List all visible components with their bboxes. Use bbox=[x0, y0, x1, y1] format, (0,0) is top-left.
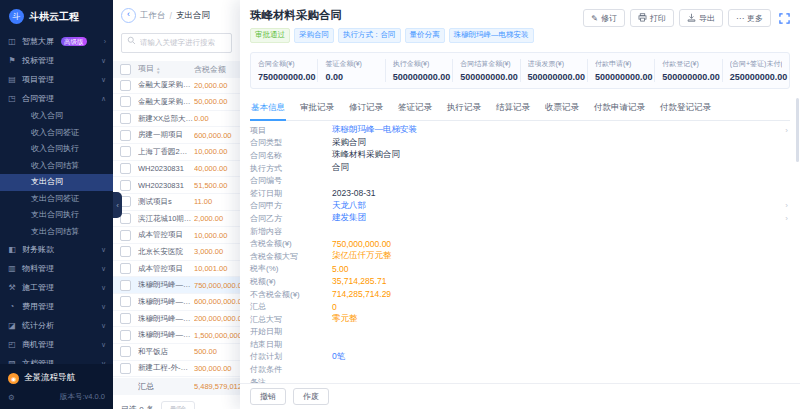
row-checkbox[interactable] bbox=[120, 163, 131, 174]
fullscreen-icon[interactable] bbox=[779, 13, 790, 24]
settings-gear-icon[interactable]: ⚙ bbox=[8, 393, 15, 402]
void-button[interactable]: 作废 bbox=[293, 388, 329, 405]
row-checkbox[interactable] bbox=[120, 346, 131, 357]
table-row[interactable]: 珠穆朗玛峰—电梯安装600,000,000.00 bbox=[113, 294, 240, 311]
sidebar-item-b2[interactable]: ⚒施工管理∨ bbox=[0, 278, 113, 297]
table-row[interactable]: 北京长安医院3,000.00 bbox=[113, 244, 240, 261]
table-row[interactable]: WH2023083151,500.00 bbox=[113, 177, 240, 194]
sidebar-item-b5[interactable]: ◰商机管理∨ bbox=[0, 335, 113, 354]
more-button[interactable]: ⋯更多 bbox=[728, 9, 771, 27]
row-checkbox[interactable] bbox=[120, 330, 131, 341]
sidebar-item-label: 投标管理 bbox=[22, 55, 54, 66]
field-value[interactable]: 0笔 bbox=[332, 351, 345, 363]
table-row[interactable]: 新建XX总部大厦工程0.00 bbox=[113, 111, 240, 128]
field-value[interactable]: 天龙八部 bbox=[332, 200, 366, 212]
print-button[interactable]: 打印 bbox=[630, 9, 674, 27]
version-row: ⚙ 版本号:v4.0.0 bbox=[0, 389, 113, 409]
tab-1[interactable]: 审批记录 bbox=[299, 98, 335, 120]
column-header-project[interactable]: 项目▲▼ bbox=[138, 63, 194, 75]
chevron-right-icon[interactable]: › bbox=[785, 214, 788, 223]
search-input[interactable] bbox=[121, 33, 232, 53]
row-checkbox[interactable] bbox=[120, 180, 131, 191]
drawer-footer: 撤销作废 bbox=[240, 383, 800, 409]
row-checkbox[interactable] bbox=[120, 246, 131, 257]
revise-button[interactable]: ✎修订 bbox=[583, 9, 625, 27]
row-amount: 11.00 bbox=[194, 197, 240, 206]
row-project-name: 珠穆朗玛峰—电梯安装 bbox=[138, 297, 194, 307]
sidebar-item-b1[interactable]: ▥物料管理∨ bbox=[0, 259, 113, 278]
sidebar-item-label: 统计分析 bbox=[22, 320, 54, 331]
sidebar-subitem-6[interactable]: 支出合同执行 bbox=[0, 207, 113, 224]
sidebar-subitem-7[interactable]: 支出合同结算 bbox=[0, 224, 113, 241]
tab-2[interactable]: 修订记录 bbox=[348, 98, 384, 120]
row-checkbox[interactable] bbox=[120, 146, 131, 157]
table-row[interactable]: 珠穆朗玛峰—电梯安装750,000,000.00 bbox=[113, 277, 240, 294]
row-checkbox[interactable] bbox=[120, 296, 131, 307]
table-row[interactable]: 和平饭店500.00 bbox=[113, 344, 240, 361]
tab-7[interactable]: 付款申请记录 bbox=[593, 98, 646, 120]
chevron-right-icon[interactable]: › bbox=[785, 201, 788, 210]
row-checkbox[interactable] bbox=[120, 230, 131, 241]
sidebar-subitem-3[interactable]: 收入合同结算 bbox=[0, 158, 113, 175]
table-row[interactable]: 珠穆朗玛峰—电梯安装200,000,000.00 bbox=[113, 311, 240, 328]
sidebar-item-process-navigator[interactable]: ◉ 全景流程导航 bbox=[0, 367, 113, 389]
stat-cell: 进项发票(¥)500000000.00 bbox=[520, 59, 587, 82]
tab-3[interactable]: 签证记录 bbox=[397, 98, 433, 120]
sidebar-item-0[interactable]: ◫智慧大屏高级版› bbox=[0, 32, 113, 51]
tab-4[interactable]: 执行记录 bbox=[446, 98, 482, 120]
table-row[interactable]: WH2023083140,000.00 bbox=[113, 161, 240, 178]
form-row: 汇总0 bbox=[250, 300, 790, 313]
table-row[interactable]: 成本管控项目10,001.00 bbox=[113, 261, 240, 278]
delete-button[interactable]: 删除 bbox=[161, 401, 195, 409]
column-header-amount[interactable]: 含税金额 bbox=[194, 64, 240, 75]
tab-6[interactable]: 收票记录 bbox=[544, 98, 580, 120]
sidebar-subitem-1[interactable]: 收入合同签证 bbox=[0, 125, 113, 142]
table-row[interactable]: 房建一期项目600,000.00 bbox=[113, 127, 240, 144]
sidebar-item-2[interactable]: ▤项目管理∨ bbox=[0, 70, 113, 89]
drawer-scrollbar[interactable] bbox=[796, 98, 799, 162]
chevron-right-icon[interactable]: › bbox=[785, 126, 788, 135]
sidebar-subitem-2[interactable]: 收入合同执行 bbox=[0, 141, 113, 158]
sidebar-item-label: 智慧大屏 bbox=[22, 36, 54, 47]
sidebar-subitem-4[interactable]: 支出合同 bbox=[0, 174, 113, 191]
sidebar-subitem-5[interactable]: 支出合同签证 bbox=[0, 191, 113, 208]
sidebar-item-b3[interactable]: ◔费用管理∨ bbox=[0, 297, 113, 316]
sidebar-item-b0[interactable]: ◧财务账款∨ bbox=[0, 240, 113, 259]
row-checkbox[interactable] bbox=[120, 280, 131, 291]
select-all-checkbox[interactable] bbox=[120, 64, 131, 75]
breadcrumb-root[interactable]: 工作台 bbox=[140, 10, 166, 22]
row-checkbox[interactable] bbox=[120, 313, 131, 324]
table-row[interactable]: 测试项目s11.00 bbox=[113, 194, 240, 211]
sort-icon[interactable]: ▲▼ bbox=[156, 67, 160, 75]
sidebar-subitem-0[interactable]: 收入合同 bbox=[0, 108, 113, 125]
stat-label: 合同金额(¥) bbox=[258, 59, 310, 69]
revoke-button[interactable]: 撤销 bbox=[250, 388, 286, 405]
row-checkbox[interactable] bbox=[120, 80, 131, 91]
row-checkbox[interactable] bbox=[120, 363, 131, 374]
sidebar-item-b4[interactable]: ◪统计分析∨ bbox=[0, 316, 113, 335]
sidebar-item-1[interactable]: ⚑投标管理∨ bbox=[0, 51, 113, 70]
field-value[interactable]: 建发集团 bbox=[332, 212, 366, 224]
table-row[interactable]: 成本管控项目10,000.00 bbox=[113, 227, 240, 244]
table-row[interactable]: 滨江花城10期项目-12,000.00 bbox=[113, 211, 240, 228]
sidebar-collapse-handle[interactable]: ‹ bbox=[113, 192, 122, 218]
tab-0[interactable]: 基本信息 bbox=[250, 98, 286, 121]
row-checkbox[interactable] bbox=[120, 113, 131, 124]
form-row: 结束日期 bbox=[250, 338, 790, 351]
more-icon: ⋯ bbox=[736, 14, 744, 23]
row-checkbox[interactable] bbox=[120, 96, 131, 107]
row-checkbox[interactable] bbox=[120, 130, 131, 141]
sidebar-item-3[interactable]: ◳合同管理∧ bbox=[0, 89, 113, 108]
table-row[interactable]: 上海丁香园2期改造项目10,000.00 bbox=[113, 144, 240, 161]
export-button[interactable]: 导出 bbox=[679, 9, 723, 27]
back-button[interactable]: ‹ bbox=[121, 8, 136, 23]
tab-8[interactable]: 付款登记记录 bbox=[659, 98, 712, 120]
field-label: 新增内容 bbox=[250, 226, 332, 237]
row-checkbox[interactable] bbox=[120, 263, 131, 274]
table-row[interactable]: 金融大厦采购项目20,000.00 bbox=[113, 78, 240, 95]
table-row[interactable]: 新建工程-外-测试300,000.00 bbox=[113, 361, 240, 378]
table-row[interactable]: 金融大厦采购项目50,000.00 bbox=[113, 94, 240, 111]
table-row[interactable]: 珠穆朗玛峰—电梯安装1,500,000,000.00 bbox=[113, 327, 240, 344]
tab-5[interactable]: 结算记录 bbox=[495, 98, 531, 120]
field-value[interactable]: 珠穆朗玛峰—电梯安装 bbox=[332, 124, 417, 136]
